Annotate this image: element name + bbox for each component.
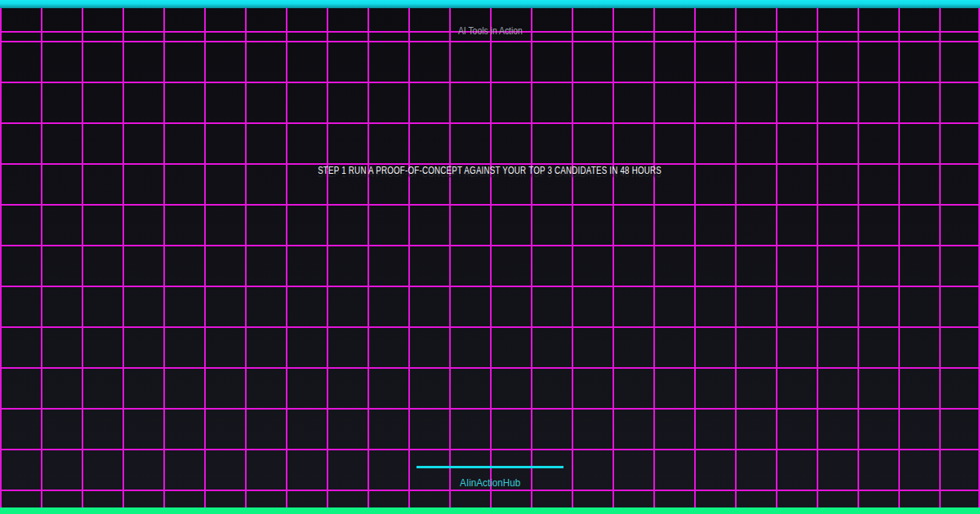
grid-overlay	[0, 8, 980, 507]
bottom-accent-bar	[0, 507, 980, 514]
kicker-text: AI Tools in Action	[457, 25, 522, 37]
kicker-label: AI Tools in Action	[0, 25, 980, 37]
banner-card: AI Tools in Action STEP 1 RUN A PROOF-OF…	[0, 0, 980, 514]
banner-title: STEP 1 RUN A PROOF-OF-CONCEPT AGAINST YO…	[0, 163, 980, 177]
banner-title-text: STEP 1 RUN A PROOF-OF-CONCEPT AGAINST YO…	[318, 163, 662, 177]
brand-label: AIinActionHub	[0, 476, 980, 489]
top-accent-bar	[0, 0, 980, 8]
brand-text: AIinActionHub	[460, 476, 520, 489]
footer-divider-line	[416, 466, 564, 468]
